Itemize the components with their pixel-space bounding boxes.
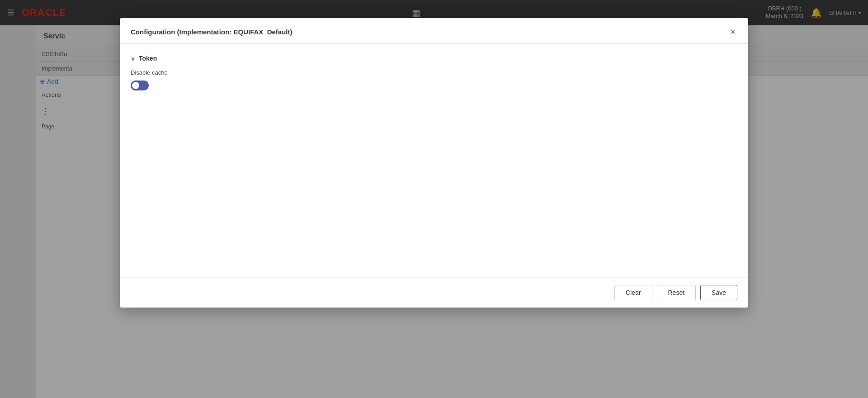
configuration-modal: Configuration (Implementation: EQUIFAX_D…	[120, 18, 748, 308]
modal-body: ∨ Token Disable cache	[120, 44, 748, 277]
modal-overlay: Configuration (Implementation: EQUIFAX_D…	[0, 0, 868, 398]
reset-button[interactable]: Reset	[657, 285, 696, 300]
save-button[interactable]: Save	[700, 285, 737, 300]
token-label: Token	[139, 55, 157, 62]
modal-footer: Clear Reset Save	[120, 277, 748, 308]
token-chevron-icon: ∨	[131, 55, 135, 62]
token-section-header[interactable]: ∨ Token	[131, 55, 737, 62]
clear-button[interactable]: Clear	[614, 285, 652, 300]
toggle-track	[131, 81, 149, 90]
modal-title: Configuration (Implementation: EQUIFAX_D…	[131, 28, 292, 36]
disable-cache-label: Disable cache	[131, 69, 737, 76]
disable-cache-toggle[interactable]	[131, 81, 149, 90]
modal-header: Configuration (Implementation: EQUIFAX_D…	[120, 18, 748, 44]
modal-close-button[interactable]: ×	[728, 27, 737, 36]
token-section: ∨ Token Disable cache	[131, 55, 737, 90]
toggle-thumb	[132, 82, 139, 89]
